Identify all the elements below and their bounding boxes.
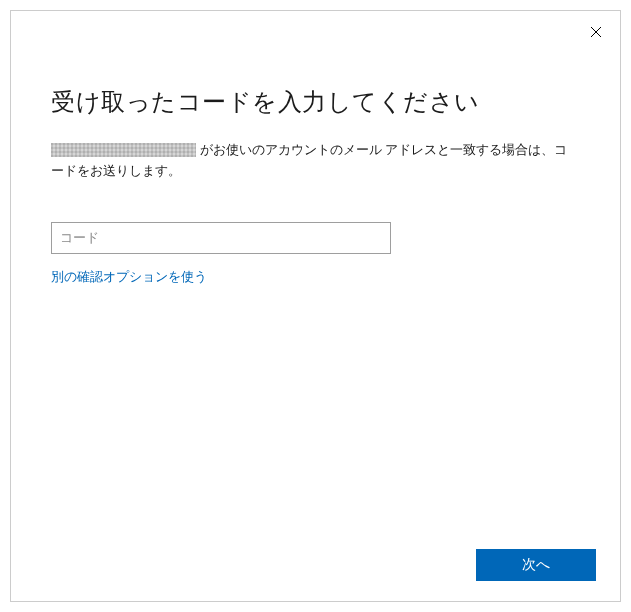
description-text: がお使いのアカウントのメール アドレスと一致する場合は、コードをお送りします。 (51, 140, 580, 182)
close-icon (590, 24, 602, 42)
dialog-content: 受け取ったコードを入力してください がお使いのアカウントのメール アドレスと一致… (11, 11, 620, 286)
verification-dialog: 受け取ったコードを入力してください がお使いのアカウントのメール アドレスと一致… (10, 10, 621, 602)
code-input[interactable] (51, 222, 391, 254)
next-button[interactable]: 次へ (476, 549, 596, 581)
page-title: 受け取ったコードを入力してください (51, 86, 580, 118)
alternative-option-link[interactable]: 別の確認オプションを使う (51, 268, 207, 286)
redacted-email (51, 143, 196, 157)
close-button[interactable] (586, 23, 606, 43)
